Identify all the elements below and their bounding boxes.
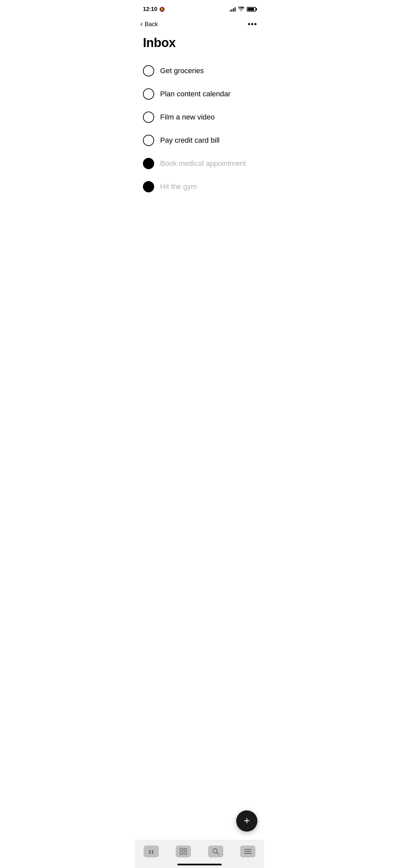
task-checkbox-4[interactable] (143, 135, 154, 146)
task-label-3: Film a new video (160, 113, 215, 122)
task-item-2[interactable]: Plan content calendar (143, 83, 256, 105)
more-button[interactable]: ••• (248, 20, 257, 28)
status-icons (230, 7, 256, 12)
task-checkbox-2[interactable] (143, 88, 154, 100)
signal-icon (230, 7, 236, 11)
nav-bar: ‹ Back ••• (135, 17, 264, 32)
task-label-5: Book medical appointment (160, 159, 246, 168)
task-label-1: Get groceries (160, 66, 204, 76)
task-checkbox-3[interactable] (143, 112, 154, 123)
time-display: 12:10 (143, 6, 157, 12)
task-checkbox-1[interactable] (143, 65, 154, 76)
back-chevron-icon: ‹ (140, 21, 142, 28)
task-item-6[interactable]: Hit the gym (143, 175, 256, 198)
task-label-2: Plan content calendar (160, 89, 231, 99)
task-checkbox-5[interactable] (143, 158, 154, 169)
task-label-4: Pay credit card bill (160, 136, 220, 145)
task-label-6: Hit the gym (160, 182, 197, 192)
task-item-5[interactable]: Book medical appointment (143, 152, 256, 175)
task-item-3[interactable]: Film a new video (143, 105, 256, 129)
page-title: Inbox (135, 32, 264, 59)
task-item-1[interactable]: Get groceries (143, 59, 256, 83)
wifi-icon (238, 7, 244, 12)
mute-icon: 🔕 (159, 7, 165, 12)
status-bar: 12:10 🔕 (135, 0, 264, 17)
task-checkbox-6[interactable] (143, 181, 154, 192)
back-button[interactable]: ‹ Back (140, 21, 158, 28)
status-time: 12:10 🔕 (143, 6, 165, 12)
task-list: Get groceriesPlan content calendarFilm a… (135, 59, 264, 198)
back-label: Back (144, 21, 158, 28)
task-item-4[interactable]: Pay credit card bill (143, 129, 256, 152)
battery-icon (247, 7, 256, 11)
